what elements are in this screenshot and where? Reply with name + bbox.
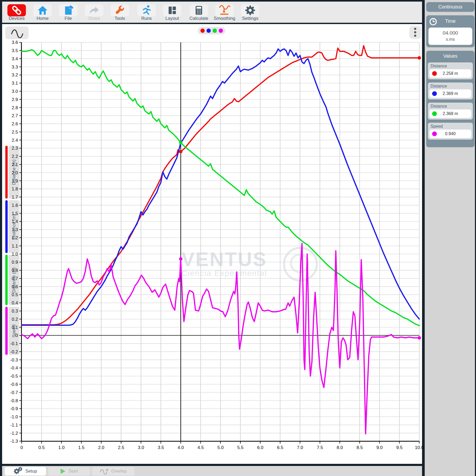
axis-label-box: Distance (m)	[8, 255, 20, 305]
value-text: 0.940	[429, 131, 471, 136]
graph-type-button[interactable]	[5, 26, 29, 39]
value-label: Distance	[431, 64, 447, 68]
time-value: 04.000	[428, 30, 472, 36]
axis-color-bar	[5, 307, 8, 355]
home-button[interactable]	[33, 4, 52, 16]
value-readout: 0.940	[429, 130, 471, 138]
y-axis-group-3[interactable]: Speed	[5, 307, 20, 355]
axis-label-box: Speed	[8, 307, 20, 355]
axis-color-bar	[5, 255, 8, 305]
bottom-divider	[2, 464, 422, 466]
time-title: Time	[426, 19, 474, 24]
overlay-label: Overlay	[111, 469, 127, 474]
value-label: Speed	[431, 124, 443, 129]
share-button[interactable]	[85, 4, 103, 16]
home-icon	[37, 4, 48, 16]
setup-label: Setup	[25, 469, 37, 474]
y-axis-group-2[interactable]: Distance (m)	[5, 255, 20, 305]
settings-button[interactable]	[241, 4, 259, 16]
run-legend-pill[interactable]	[198, 27, 225, 34]
overlay-button[interactable]: Overlay	[92, 467, 134, 475]
y-axis-group-0[interactable]: Distance (m)	[5, 146, 20, 199]
sampling-mode-button[interactable]: Continuous	[426, 2, 474, 12]
calculate-button[interactable]	[190, 4, 208, 16]
run-color-dot-3	[219, 29, 223, 33]
value-card-3[interactable]: Speed 0.940	[428, 123, 473, 140]
wrench-icon	[114, 4, 126, 16]
kebab-menu-icon	[414, 28, 416, 37]
sampling-mode-label: Continuous	[438, 4, 462, 10]
file-icon	[62, 4, 74, 16]
smoothing-icon	[219, 4, 230, 16]
graph-panel[interactable]: VENTUS Ciencia Experimental Time (s) Dis…	[2, 24, 422, 464]
start-button[interactable]: Start	[48, 467, 90, 475]
value-readout: 2.258 m	[429, 69, 471, 78]
settings-label: Settings	[232, 16, 269, 21]
value-label: Distance	[431, 84, 447, 89]
value-text: 2.368 m	[429, 111, 471, 116]
time-panel[interactable]: Time 04.000 s.ms	[426, 15, 474, 47]
value-label: Distance	[431, 104, 447, 109]
overlay-sine-plus-icon	[100, 468, 109, 475]
watermark-logo	[283, 247, 318, 282]
layout-icon	[167, 5, 177, 16]
share-icon	[88, 4, 100, 16]
start-label: Start	[68, 469, 78, 474]
setup-button[interactable]: Setup	[5, 467, 46, 475]
sine-wave-icon	[10, 28, 24, 38]
window-edge	[475, 0, 476, 476]
sidebar: Continuous Time 04.000 s.ms Values Dista…	[425, 0, 475, 476]
app-window: DevicesHomeFileShareToolsRunsLayoutCalcu…	[0, 0, 476, 476]
panel-divider	[422, 0, 425, 476]
value-text: 2.258 m	[429, 71, 471, 76]
play-icon	[60, 468, 66, 474]
gear-icon	[245, 5, 255, 16]
bottom-control-bar: Setup Start Overlay	[2, 466, 422, 476]
time-unit: s.ms	[428, 37, 472, 42]
axis-label-box: Distance (m)	[8, 146, 20, 199]
runs-button[interactable]	[137, 4, 156, 16]
smoothing-button[interactable]	[215, 4, 234, 16]
values-panel: Values Distance 2.258 m Distance 2.369 m…	[426, 51, 474, 147]
devices-button[interactable]	[7, 4, 26, 16]
value-text: 2.369 m	[429, 91, 471, 96]
tools-button[interactable]	[111, 4, 129, 16]
axis-label-box: Distance (m)	[8, 200, 20, 253]
runner-icon	[141, 4, 152, 16]
value-card-1[interactable]: Distance 2.369 m	[428, 83, 473, 99]
main-region: DevicesHomeFileShareToolsRunsLayoutCalcu…	[2, 2, 422, 476]
values-title: Values	[426, 53, 474, 59]
value-readout: 2.368 m	[429, 109, 471, 118]
axis-color-bar	[5, 200, 8, 253]
layout-button[interactable]	[163, 4, 181, 16]
run-color-dot-2	[213, 29, 217, 33]
run-color-dot-0	[200, 29, 205, 33]
y-axis-group-1[interactable]: Distance (m)	[5, 200, 20, 253]
value-card-2[interactable]: Distance 2.368 m	[428, 103, 473, 120]
file-button[interactable]	[59, 4, 77, 16]
axis-color-bar	[5, 146, 8, 199]
value-card-0[interactable]: Distance 2.258 m	[428, 62, 473, 79]
run-color-dot-1	[207, 29, 211, 33]
calculator-icon	[193, 5, 204, 16]
watermark-text: VENTUS Ciencia Experimental	[150, 250, 298, 278]
time-readout: 04.000 s.ms	[428, 28, 472, 45]
link-icon	[11, 4, 22, 16]
value-readout: 2.369 m	[429, 89, 471, 98]
graph-menu-button[interactable]	[409, 26, 421, 39]
gears-icon	[14, 467, 23, 475]
toolbar: DevicesHomeFileShareToolsRunsLayoutCalcu…	[2, 2, 422, 23]
